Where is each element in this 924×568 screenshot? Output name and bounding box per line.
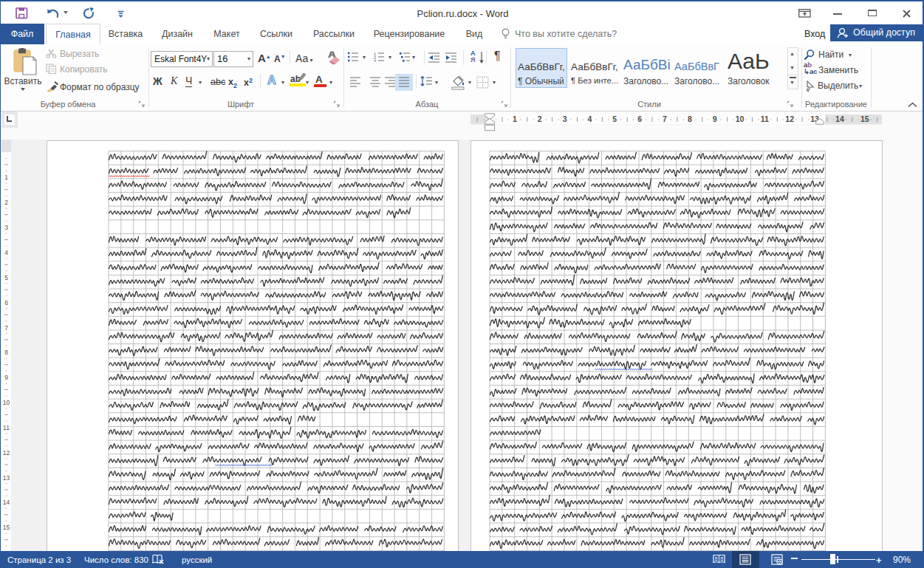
svg-text:6: 6 (4, 299, 8, 307)
svg-text:12: 12 (785, 114, 794, 123)
svg-text:3: 3 (374, 59, 376, 63)
svg-text:8: 8 (688, 114, 692, 123)
svg-text:11: 11 (3, 424, 10, 431)
svg-text:5: 5 (4, 274, 8, 281)
svg-text:1: 1 (513, 114, 517, 123)
svg-text:12: 12 (3, 449, 10, 456)
svg-text:1: 1 (4, 174, 8, 181)
svg-text:4: 4 (587, 114, 592, 123)
svg-text:8: 8 (4, 349, 8, 356)
svg-text:6: 6 (637, 114, 642, 123)
svg-text:7: 7 (663, 114, 667, 123)
svg-text:15: 15 (860, 114, 869, 123)
svg-text:15: 15 (3, 524, 10, 531)
svg-text:2: 2 (4, 199, 8, 206)
svg-text:7: 7 (4, 324, 8, 332)
svg-text:9: 9 (4, 374, 8, 381)
svg-text:2: 2 (538, 114, 542, 123)
svg-text:14: 14 (3, 499, 10, 506)
svg-text:14: 14 (835, 114, 844, 123)
svg-text:3: 3 (4, 224, 8, 231)
svg-text:5: 5 (612, 114, 617, 123)
svg-text:10: 10 (3, 399, 10, 406)
svg-text:3: 3 (563, 114, 567, 123)
svg-text:11: 11 (761, 114, 769, 123)
svg-text:4: 4 (4, 249, 8, 256)
svg-text:9: 9 (713, 114, 717, 123)
svg-text:13: 13 (3, 474, 10, 482)
svg-text:10: 10 (736, 114, 745, 123)
